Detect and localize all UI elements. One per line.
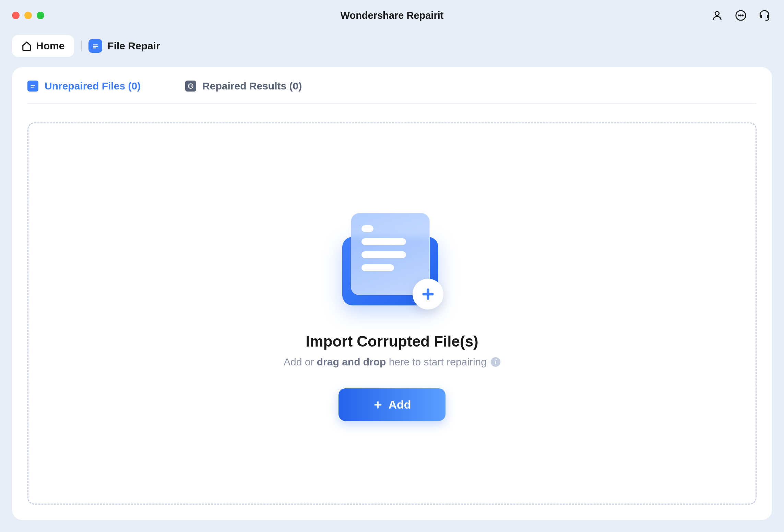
home-button[interactable]: Home <box>12 35 74 57</box>
file-repair-icon <box>88 39 102 53</box>
svg-point-4 <box>742 15 743 16</box>
info-icon[interactable]: i <box>491 357 500 367</box>
svg-rect-5 <box>93 44 98 45</box>
breadcrumb: Home File Repair <box>0 31 784 67</box>
header-actions <box>711 10 770 21</box>
svg-point-2 <box>738 15 739 16</box>
minimize-window-button[interactable] <box>24 12 32 19</box>
home-label: Home <box>36 40 64 52</box>
repaired-results-icon <box>185 81 196 92</box>
tab-repaired-results[interactable]: Repaired Results (0) <box>185 80 302 92</box>
main-content: Unrepaired Files (0) Repaired Results (0… <box>12 67 772 520</box>
plus-badge-icon <box>413 279 443 310</box>
dropzone-title: Import Corrupted File(s) <box>306 333 478 350</box>
svg-point-0 <box>715 12 719 15</box>
tabs: Unrepaired Files (0) Repaired Results (0… <box>27 67 757 104</box>
subtitle-suffix: here to start repairing <box>386 356 486 367</box>
breadcrumb-section-label: File Repair <box>107 40 160 52</box>
import-file-illustration <box>337 206 447 316</box>
subtitle-bold: drag and drop <box>317 356 386 367</box>
tab-unrepaired-files[interactable]: Unrepaired Files (0) <box>27 80 141 92</box>
window-controls <box>12 12 44 19</box>
unrepaired-files-icon <box>27 81 38 92</box>
breadcrumb-divider <box>81 40 82 51</box>
account-icon[interactable] <box>711 10 723 21</box>
file-dropzone[interactable]: Import Corrupted File(s) Add or drag and… <box>27 122 757 505</box>
svg-rect-7 <box>93 48 96 49</box>
titlebar: Wondershare Repairit <box>0 0 784 31</box>
subtitle-prefix: Add or <box>284 356 317 367</box>
breadcrumb-current: File Repair <box>88 39 160 53</box>
close-window-button[interactable] <box>12 12 20 19</box>
maximize-window-button[interactable] <box>37 12 44 19</box>
tab-repaired-label: Repaired Results (0) <box>202 80 302 92</box>
chat-icon[interactable] <box>735 10 747 21</box>
support-icon[interactable] <box>759 10 770 21</box>
add-button-label: Add <box>388 398 411 411</box>
svg-rect-6 <box>93 46 98 47</box>
app-title: Wondershare Repairit <box>341 10 444 21</box>
svg-rect-8 <box>31 85 35 86</box>
dropzone-subtitle: Add or drag and drop here to start repai… <box>284 356 500 368</box>
plus-icon <box>373 400 383 410</box>
tab-unrepaired-label: Unrepaired Files (0) <box>45 80 141 92</box>
svg-rect-9 <box>31 87 34 87</box>
home-icon <box>22 41 32 51</box>
svg-point-3 <box>740 15 741 16</box>
add-file-button[interactable]: Add <box>338 388 445 421</box>
